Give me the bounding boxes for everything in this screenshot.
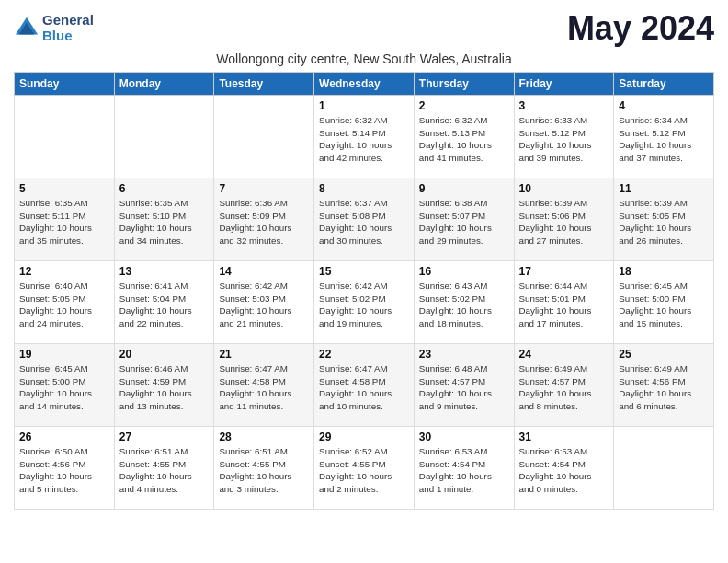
calendar-cell (614, 427, 714, 510)
day-number: 10 (519, 182, 609, 195)
header-friday: Friday (514, 73, 614, 96)
calendar-cell: 1Sunrise: 6:32 AM Sunset: 5:14 PM Daylig… (314, 96, 415, 178)
day-info: Sunrise: 6:32 AM Sunset: 5:13 PM Dayligh… (419, 114, 509, 165)
calendar-cell: 22Sunrise: 6:47 AM Sunset: 4:58 PM Dayli… (314, 344, 415, 427)
day-number: 24 (519, 348, 609, 361)
day-info: Sunrise: 6:47 AM Sunset: 4:58 PM Dayligh… (319, 362, 409, 413)
calendar-cell: 30Sunrise: 6:53 AM Sunset: 4:54 PM Dayli… (414, 427, 514, 510)
calendar-cell (15, 96, 115, 178)
calendar-cell (114, 96, 214, 178)
day-number: 23 (419, 348, 509, 361)
day-info: Sunrise: 6:42 AM Sunset: 5:02 PM Dayligh… (319, 280, 409, 330)
calendar-header-row: SundayMondayTuesdayWednesdayThursdayFrid… (15, 73, 714, 96)
day-info: Sunrise: 6:45 AM Sunset: 5:00 PM Dayligh… (19, 362, 109, 413)
calendar-cell: 2Sunrise: 6:32 AM Sunset: 5:13 PM Daylig… (414, 96, 514, 178)
calendar-table: SundayMondayTuesdayWednesdayThursdayFrid… (14, 72, 714, 510)
logo: General Blue (14, 13, 94, 43)
day-info: Sunrise: 6:44 AM Sunset: 5:01 PM Dayligh… (519, 280, 609, 330)
day-info: Sunrise: 6:53 AM Sunset: 4:54 PM Dayligh… (419, 445, 509, 496)
day-number: 9 (419, 182, 509, 195)
calendar-cell: 20Sunrise: 6:46 AM Sunset: 4:59 PM Dayli… (114, 344, 214, 427)
day-number: 17 (519, 265, 609, 278)
calendar-cell: 31Sunrise: 6:53 AM Sunset: 4:54 PM Dayli… (514, 427, 614, 510)
day-info: Sunrise: 6:43 AM Sunset: 5:02 PM Dayligh… (419, 280, 509, 330)
day-number: 16 (419, 265, 509, 278)
week-row-3: 19Sunrise: 6:45 AM Sunset: 5:00 PM Dayli… (15, 344, 714, 427)
calendar-cell: 9Sunrise: 6:38 AM Sunset: 5:07 PM Daylig… (414, 178, 514, 261)
week-row-4: 26Sunrise: 6:50 AM Sunset: 4:56 PM Dayli… (15, 427, 714, 510)
day-info: Sunrise: 6:46 AM Sunset: 4:59 PM Dayligh… (119, 362, 210, 413)
day-info: Sunrise: 6:42 AM Sunset: 5:03 PM Dayligh… (219, 280, 309, 330)
day-info: Sunrise: 6:40 AM Sunset: 5:05 PM Dayligh… (19, 280, 109, 330)
calendar-cell: 24Sunrise: 6:49 AM Sunset: 4:57 PM Dayli… (514, 344, 614, 427)
logo-blue: Blue (42, 29, 94, 44)
day-number: 15 (319, 265, 409, 278)
calendar-cell: 12Sunrise: 6:40 AM Sunset: 5:05 PM Dayli… (15, 261, 115, 344)
calendar-cell: 23Sunrise: 6:48 AM Sunset: 4:57 PM Dayli… (414, 344, 514, 427)
day-number: 30 (419, 431, 509, 443)
calendar-cell: 17Sunrise: 6:44 AM Sunset: 5:01 PM Dayli… (514, 261, 614, 344)
header-saturday: Saturday (614, 73, 714, 96)
day-info: Sunrise: 6:48 AM Sunset: 4:57 PM Dayligh… (419, 362, 509, 413)
day-info: Sunrise: 6:47 AM Sunset: 4:58 PM Dayligh… (219, 362, 309, 413)
calendar-cell: 5Sunrise: 6:35 AM Sunset: 5:11 PM Daylig… (15, 178, 115, 261)
page-header: General Blue May 2024 (14, 9, 714, 48)
day-number: 1 (319, 99, 409, 112)
calendar-cell: 14Sunrise: 6:42 AM Sunset: 5:03 PM Dayli… (214, 261, 314, 344)
day-info: Sunrise: 6:33 AM Sunset: 5:12 PM Dayligh… (519, 114, 609, 165)
month-year-title: May 2024 (567, 9, 714, 48)
day-info: Sunrise: 6:35 AM Sunset: 5:10 PM Dayligh… (119, 197, 210, 247)
header-monday: Monday (114, 73, 214, 96)
day-number: 25 (619, 348, 709, 361)
calendar-cell: 3Sunrise: 6:33 AM Sunset: 5:12 PM Daylig… (514, 96, 614, 178)
logo-text: General Blue (42, 13, 94, 43)
day-info: Sunrise: 6:38 AM Sunset: 5:07 PM Dayligh… (419, 197, 509, 247)
calendar-cell: 11Sunrise: 6:39 AM Sunset: 5:05 PM Dayli… (614, 178, 714, 261)
week-row-0: 1Sunrise: 6:32 AM Sunset: 5:14 PM Daylig… (15, 96, 714, 178)
day-info: Sunrise: 6:39 AM Sunset: 5:06 PM Dayligh… (519, 197, 609, 247)
day-info: Sunrise: 6:41 AM Sunset: 5:04 PM Dayligh… (119, 280, 210, 330)
logo-general: General (42, 13, 94, 29)
header-sunday: Sunday (15, 73, 115, 96)
day-info: Sunrise: 6:49 AM Sunset: 4:57 PM Dayligh… (519, 362, 609, 413)
day-number: 8 (319, 182, 409, 195)
day-info: Sunrise: 6:34 AM Sunset: 5:12 PM Dayligh… (619, 114, 709, 165)
calendar-cell: 25Sunrise: 6:49 AM Sunset: 4:56 PM Dayli… (614, 344, 714, 427)
calendar-cell: 27Sunrise: 6:51 AM Sunset: 4:55 PM Dayli… (114, 427, 214, 510)
day-number: 11 (619, 182, 709, 195)
day-number: 26 (19, 431, 109, 443)
calendar-cell: 29Sunrise: 6:52 AM Sunset: 4:55 PM Dayli… (314, 427, 415, 510)
calendar-cell: 16Sunrise: 6:43 AM Sunset: 5:02 PM Dayli… (414, 261, 514, 344)
calendar-cell: 21Sunrise: 6:47 AM Sunset: 4:58 PM Dayli… (214, 344, 314, 427)
day-number: 18 (619, 265, 709, 278)
day-number: 29 (319, 431, 409, 443)
day-number: 2 (419, 99, 509, 112)
day-number: 5 (19, 182, 109, 195)
day-info: Sunrise: 6:45 AM Sunset: 5:00 PM Dayligh… (619, 280, 709, 330)
day-number: 27 (119, 431, 210, 443)
week-row-1: 5Sunrise: 6:35 AM Sunset: 5:11 PM Daylig… (15, 178, 714, 261)
calendar-body: 1Sunrise: 6:32 AM Sunset: 5:14 PM Daylig… (15, 96, 714, 510)
day-number: 22 (319, 348, 409, 361)
day-info: Sunrise: 6:51 AM Sunset: 4:55 PM Dayligh… (219, 445, 309, 496)
week-row-2: 12Sunrise: 6:40 AM Sunset: 5:05 PM Dayli… (15, 261, 714, 344)
day-info: Sunrise: 6:37 AM Sunset: 5:08 PM Dayligh… (319, 197, 409, 247)
day-info: Sunrise: 6:36 AM Sunset: 5:09 PM Dayligh… (219, 197, 309, 247)
calendar-cell (214, 96, 314, 178)
day-number: 3 (519, 99, 609, 112)
calendar-cell: 10Sunrise: 6:39 AM Sunset: 5:06 PM Dayli… (514, 178, 614, 261)
day-number: 7 (219, 182, 309, 195)
calendar-cell: 15Sunrise: 6:42 AM Sunset: 5:02 PM Dayli… (314, 261, 415, 344)
header-tuesday: Tuesday (214, 73, 314, 96)
day-info: Sunrise: 6:53 AM Sunset: 4:54 PM Dayligh… (519, 445, 609, 496)
day-number: 14 (219, 265, 309, 278)
calendar-cell: 18Sunrise: 6:45 AM Sunset: 5:00 PM Dayli… (614, 261, 714, 344)
day-info: Sunrise: 6:50 AM Sunset: 4:56 PM Dayligh… (19, 445, 109, 496)
day-number: 13 (119, 265, 210, 278)
day-number: 12 (19, 265, 109, 278)
title-block: May 2024 (567, 9, 714, 48)
logo-icon (14, 16, 40, 41)
day-info: Sunrise: 6:49 AM Sunset: 4:56 PM Dayligh… (619, 362, 709, 413)
day-info: Sunrise: 6:52 AM Sunset: 4:55 PM Dayligh… (319, 445, 409, 496)
location-subtitle: Wollongong city centre, New South Wales,… (14, 52, 714, 66)
